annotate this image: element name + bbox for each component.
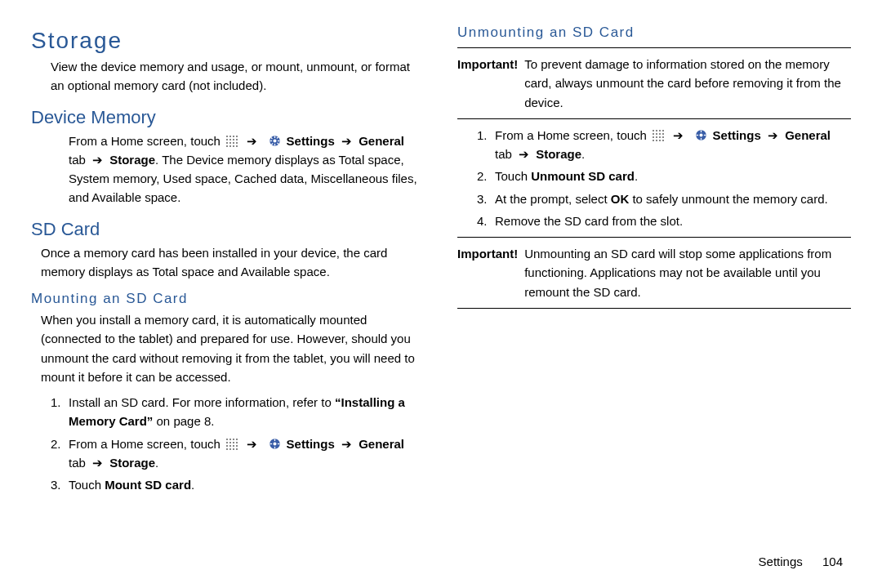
list-item: At the prompt, select OK to safely unmou… [482, 189, 851, 208]
apps-icon [225, 438, 238, 451]
arrow-icon: ➔ [519, 145, 529, 163]
apps-icon [225, 135, 238, 148]
svg-rect-4 [270, 140, 273, 140]
sdcard-heading: SD Card [31, 219, 425, 240]
device-memory-heading: Device Memory [31, 107, 425, 128]
step-text: From a Home screen, touch [495, 128, 647, 142]
sdcard-intro: Once a memory card has been installed in… [41, 243, 425, 282]
svg-rect-2 [274, 136, 275, 138]
important-note: Important! Unmounting an SD card will st… [457, 244, 851, 301]
list-item: From a Home screen, touch ➔ Settings ➔ G… [482, 126, 851, 164]
tab-text: tab [69, 153, 89, 167]
mounting-steps: Install an SD card. For more information… [31, 393, 425, 494]
general-label: General [359, 437, 404, 451]
list-item: Touch Unmount SD card. [482, 167, 851, 185]
mounting-intro: When you install a memory card, it is au… [41, 310, 425, 386]
ok-label: OK [611, 192, 630, 206]
svg-point-1 [274, 139, 277, 142]
device-memory-steps: From a Home screen, touch ➔ Settings ➔ G… [31, 131, 425, 207]
step-text: to safely unmount the memory card. [629, 192, 827, 206]
storage-label: Storage [109, 153, 155, 167]
step-text: At the prompt, select [495, 192, 611, 206]
arrow-icon: ➔ [247, 131, 257, 150]
svg-rect-19 [701, 138, 702, 140]
arrow-icon: ➔ [247, 434, 257, 453]
svg-rect-14 [270, 443, 273, 443]
svg-rect-15 [278, 443, 280, 443]
general-label: General [359, 134, 404, 148]
gear-icon [269, 438, 281, 450]
important-label: Important! [457, 55, 521, 74]
list-item: From a Home screen, touch ➔ Settings ➔ G… [56, 434, 425, 473]
step-text: From a Home screen, touch [69, 134, 220, 148]
settings-label: Settings [287, 134, 335, 148]
svg-point-11 [274, 442, 277, 445]
arrow-icon: ➔ [92, 150, 103, 169]
storage-label: Storage [109, 456, 155, 470]
svg-rect-5 [278, 140, 280, 140]
intro-text: View the device memory and usage, or mou… [51, 57, 425, 96]
step-text: From a Home screen, touch [69, 437, 220, 451]
svg-rect-3 [274, 143, 275, 145]
step-text: Touch [69, 478, 105, 492]
apps-icon [652, 129, 665, 142]
step-text: . [635, 169, 638, 183]
arrow-icon: ➔ [768, 126, 778, 145]
arrow-icon: ➔ [92, 453, 103, 472]
divider [457, 47, 851, 48]
svg-rect-20 [697, 135, 699, 136]
list-item: Touch Mount SD card. [56, 475, 425, 494]
page-number: 104 [822, 555, 843, 568]
step-text: . [191, 478, 194, 492]
settings-label: Settings [287, 437, 335, 451]
svg-rect-13 [274, 446, 275, 448]
page-content: Storage View the device memory and usage… [0, 0, 882, 555]
step-text: on page 8. [157, 414, 215, 428]
mounting-heading: Mounting an SD Card [31, 291, 425, 307]
gear-icon [695, 129, 707, 141]
list-item: Remove the SD card from the slot. [482, 212, 851, 230]
svg-rect-12 [274, 439, 275, 441]
divider [457, 308, 851, 309]
important-label: Important! [457, 244, 521, 263]
gear-icon [269, 135, 281, 147]
svg-point-17 [700, 133, 703, 136]
page-title: Storage [31, 28, 425, 54]
list-item: Install an SD card. For more information… [56, 393, 425, 431]
unmount-label: Unmount SD card [531, 169, 635, 183]
arrow-icon: ➔ [341, 434, 352, 453]
step-text: Remove the SD card from the slot. [495, 214, 683, 228]
important-note: Important! To prevent damage to informat… [457, 55, 851, 112]
divider [457, 237, 851, 238]
settings-label: Settings [713, 128, 761, 142]
general-label: General [785, 128, 831, 142]
mount-label: Mount SD card [105, 478, 191, 492]
list-item: From a Home screen, touch ➔ Settings ➔ G… [56, 131, 425, 207]
unmounting-steps: From a Home screen, touch ➔ Settings ➔ G… [457, 126, 851, 230]
important-body: To prevent damage to information stored … [524, 55, 849, 112]
important-body: Unmounting an SD card will stop some app… [524, 244, 849, 301]
tab-text: tab [69, 456, 89, 470]
tab-text: tab [495, 147, 515, 161]
step-text: Install an SD card. For more information… [69, 395, 335, 409]
arrow-icon: ➔ [673, 126, 684, 145]
arrow-icon: ➔ [341, 131, 352, 150]
svg-rect-18 [701, 130, 702, 132]
divider [457, 118, 851, 119]
footer-section: Settings [759, 555, 803, 568]
storage-label: Storage [536, 147, 581, 161]
svg-rect-21 [704, 135, 706, 136]
page-footer: Settings 104 [759, 555, 843, 568]
step-text: Touch [495, 169, 531, 183]
unmounting-heading: Unmounting an SD Card [457, 24, 851, 41]
